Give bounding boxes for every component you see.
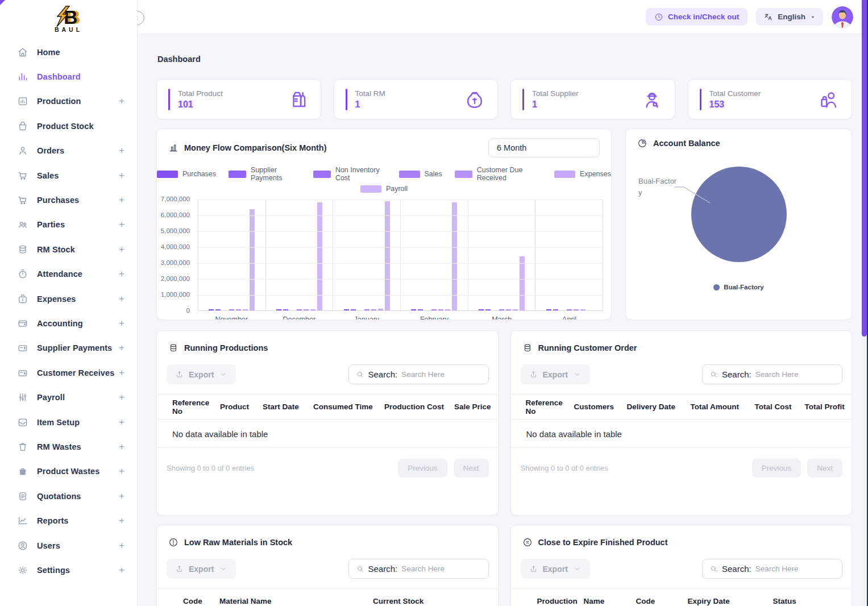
search-input[interactable] xyxy=(755,565,835,573)
export-button[interactable]: Export xyxy=(167,559,236,579)
expand-plus-icon[interactable]: + xyxy=(119,145,124,156)
sidebar-item-expenses[interactable]: Expenses+ xyxy=(0,287,137,311)
expand-plus-icon[interactable]: + xyxy=(119,293,124,305)
column-header[interactable]: Material Name xyxy=(219,597,373,605)
scrollbar-track[interactable] xyxy=(862,0,867,606)
bar[interactable] xyxy=(236,309,241,310)
column-header[interactable]: Production xyxy=(537,597,584,605)
bar[interactable] xyxy=(243,309,248,310)
column-header[interactable]: Total Cost xyxy=(755,402,805,411)
expand-plus-icon[interactable]: + xyxy=(119,342,124,354)
sidebar-item-production[interactable]: Production+ xyxy=(0,89,137,114)
sidebar-item-payroll[interactable]: Payroll+ xyxy=(0,385,137,409)
column-header[interactable]: Reference No xyxy=(172,399,220,416)
search-input[interactable] xyxy=(755,370,835,379)
language-dropdown[interactable]: English xyxy=(756,8,823,26)
column-header[interactable]: Product xyxy=(220,402,263,411)
next-button[interactable]: Next xyxy=(454,459,489,478)
scrollbar-thumb[interactable] xyxy=(862,0,867,337)
bar[interactable] xyxy=(310,309,315,310)
column-header[interactable]: Production Cost xyxy=(384,402,454,411)
bar[interactable] xyxy=(351,309,356,310)
column-header[interactable]: Delivery Date xyxy=(627,402,691,411)
expand-plus-icon[interactable]: + xyxy=(119,441,124,453)
bar[interactable] xyxy=(378,309,383,310)
pie-legend[interactable]: Bual-Factory xyxy=(626,284,852,290)
bar[interactable] xyxy=(371,309,376,310)
sidebar-item-orders[interactable]: Orders+ xyxy=(0,139,137,163)
bar[interactable] xyxy=(506,309,511,310)
check-in-out-button[interactable]: Check in/Check out xyxy=(646,8,747,26)
sidebar-item-reports[interactable]: Reports+ xyxy=(0,508,137,533)
bar[interactable] xyxy=(364,309,369,310)
bar[interactable] xyxy=(452,202,457,310)
bar[interactable] xyxy=(580,309,585,310)
sidebar-item-attendance[interactable]: Attendance+ xyxy=(0,262,137,287)
bar[interactable] xyxy=(520,256,525,310)
bar[interactable] xyxy=(431,309,437,310)
expand-plus-icon[interactable]: + xyxy=(119,219,124,230)
next-button[interactable]: Next xyxy=(807,459,842,478)
bar[interactable] xyxy=(344,309,349,310)
expand-plus-icon[interactable]: + xyxy=(119,491,124,502)
bar[interactable] xyxy=(283,309,288,310)
bar[interactable] xyxy=(445,309,450,310)
user-avatar[interactable] xyxy=(832,6,853,28)
sidebar-item-rm-stock[interactable]: RM Stock+ xyxy=(0,237,137,262)
bar[interactable] xyxy=(485,309,491,310)
search-input[interactable] xyxy=(401,565,481,573)
column-header[interactable]: Consumed Time xyxy=(313,402,384,411)
bar[interactable] xyxy=(438,309,443,310)
sidebar-item-purchases[interactable]: Purchases+ xyxy=(0,188,137,212)
sidebar-item-home[interactable]: Home xyxy=(0,40,137,64)
sidebar-item-product-stock[interactable]: Product Stock xyxy=(0,114,137,138)
column-header[interactable]: Code xyxy=(636,597,688,605)
column-header[interactable]: Current Stock xyxy=(373,597,498,605)
export-button[interactable]: Export xyxy=(521,364,590,384)
legend-item[interactable]: Payroll xyxy=(360,185,408,193)
legend-item[interactable]: Supplier Payments xyxy=(229,166,301,182)
column-header[interactable]: Code xyxy=(183,597,219,605)
bar[interactable] xyxy=(546,309,551,310)
sidebar-item-parties[interactable]: Parties+ xyxy=(0,213,137,237)
sidebar-item-product-wastes[interactable]: Product Wastes+ xyxy=(0,459,137,484)
expand-plus-icon[interactable]: + xyxy=(119,244,124,255)
expand-plus-icon[interactable]: + xyxy=(119,417,124,428)
search-input[interactable] xyxy=(401,370,481,379)
bar[interactable] xyxy=(418,309,423,310)
sidebar-item-accounting[interactable]: Accounting+ xyxy=(0,311,137,335)
expand-plus-icon[interactable]: + xyxy=(119,170,124,181)
expand-plus-icon[interactable]: + xyxy=(119,318,124,329)
column-header[interactable]: Name xyxy=(584,597,636,605)
bar[interactable] xyxy=(385,201,390,310)
expand-plus-icon[interactable]: + xyxy=(119,466,124,477)
sidebar-item-quotations[interactable]: Quotations+ xyxy=(0,484,137,508)
legend-item[interactable]: Expenses xyxy=(554,166,611,182)
bar[interactable] xyxy=(479,309,484,310)
bar[interactable] xyxy=(304,309,309,310)
brand-logo[interactable]: B B BAUL xyxy=(0,0,137,36)
bar[interactable] xyxy=(499,309,504,310)
legend-item[interactable]: Purchases xyxy=(157,166,216,182)
search-box[interactable]: Search: xyxy=(702,559,842,579)
column-header[interactable]: Expiry Date xyxy=(688,597,773,605)
legend-item[interactable]: Customer Due Received xyxy=(455,166,542,182)
expand-plus-icon[interactable]: + xyxy=(119,367,124,379)
expand-plus-icon[interactable]: + xyxy=(119,540,124,551)
sidebar-item-supplier-payments[interactable]: Supplier Payments+ xyxy=(0,336,137,360)
export-button[interactable]: Export xyxy=(521,559,590,579)
sidebar-item-sales[interactable]: Sales+ xyxy=(0,163,137,188)
expand-plus-icon[interactable]: + xyxy=(119,96,124,107)
expand-plus-icon[interactable]: + xyxy=(119,268,124,280)
search-box[interactable]: Search: xyxy=(348,559,489,579)
sidebar-item-dashboard[interactable]: Dashboard xyxy=(0,64,137,89)
legend-item[interactable]: Sales xyxy=(399,166,442,182)
expand-plus-icon[interactable]: + xyxy=(119,194,124,206)
previous-button[interactable]: Previous xyxy=(752,459,801,478)
bar[interactable] xyxy=(215,309,221,310)
column-header[interactable]: Total Profit xyxy=(805,402,852,411)
export-button[interactable]: Export xyxy=(167,364,236,384)
column-header[interactable]: Reference No xyxy=(526,399,574,416)
bar[interactable] xyxy=(513,309,518,310)
bar[interactable] xyxy=(209,309,214,310)
